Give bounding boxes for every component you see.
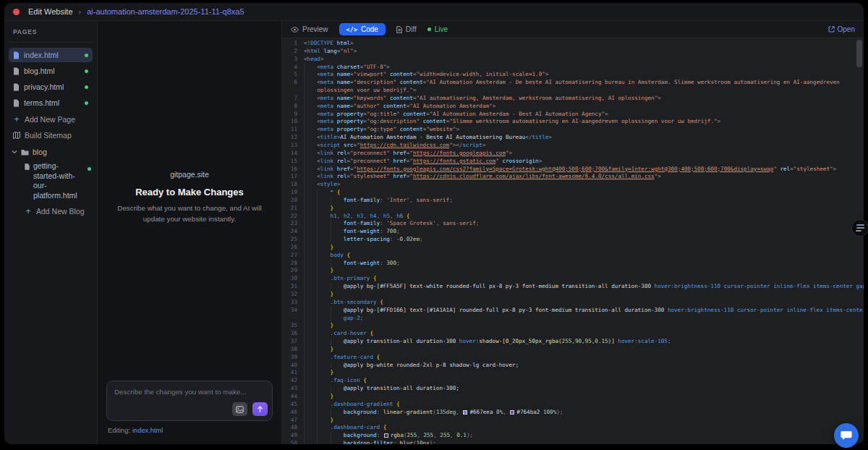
status-dot [85, 101, 88, 105]
sidebar-item-blog-html[interactable]: blog.html [9, 64, 93, 78]
add-new-page-button[interactable]: + Add New Page [9, 111, 93, 127]
status-dot [85, 54, 88, 57]
file-icon [13, 67, 20, 75]
panel-title: Ready to Make Changes [135, 187, 244, 198]
side-widget-button[interactable] [851, 219, 868, 237]
pages-header: PAGES [9, 27, 93, 43]
composer: Editing:index.html [98, 373, 281, 444]
widget-lines-icon [856, 224, 864, 226]
status-dot [88, 167, 91, 171]
chat-widget-button[interactable] [834, 423, 859, 448]
sidebar-item-terms-html[interactable]: terms.html [9, 95, 93, 110]
brand-logo: gitpage.site [170, 170, 209, 179]
sidebar-item-privacy-html[interactable]: privacy.html [9, 80, 93, 94]
blog-folder-label: blog [33, 148, 47, 156]
attach-image-button[interactable] [232, 402, 247, 416]
file-icon [25, 164, 30, 170]
sidebar-item-blog-post[interactable]: getting-started-with-our-platform.html [9, 159, 93, 203]
record-dot-icon [13, 9, 20, 15]
status-dot [85, 85, 88, 89]
live-label: Live [435, 25, 448, 33]
plus-icon: + [13, 116, 20, 122]
page-label: blog.html [24, 67, 80, 75]
tab-diff[interactable]: Diff [396, 25, 417, 33]
sidebar-item-index-html[interactable]: index.html [9, 48, 93, 62]
add-new-blog-label: Add New Blog [36, 207, 85, 216]
pages-sidebar: PAGES index.html blog.html privacy.html … [4, 21, 98, 444]
editing-status: Editing:index.html [106, 427, 273, 434]
editing-file-link[interactable]: index.html [132, 427, 163, 434]
page-label: index.html [24, 51, 80, 59]
status-dot [85, 69, 88, 73]
external-link-icon [828, 26, 835, 33]
editor-tabbar: Preview </> Code Diff Live Open [282, 21, 864, 38]
tab-label: Diff [406, 25, 417, 33]
app-window: Edit Website › ai-automation-amsterdam-2… [4, 3, 864, 444]
ai-assistant-panel: gitpage.site Ready to Make Changes Descr… [98, 21, 282, 444]
plus-icon: + [25, 208, 32, 214]
open-site-link[interactable]: Open [828, 25, 855, 33]
build-sitemap-button[interactable]: Build Sitemap [9, 127, 93, 143]
chevron-down-icon [12, 150, 17, 154]
add-new-page-label: Add New Page [25, 115, 75, 124]
page-label: getting-started-with-our-platform.html [33, 161, 84, 201]
eye-icon [291, 27, 299, 33]
change-request-box [106, 381, 273, 421]
edit-website-label: Edit Website [28, 7, 73, 16]
tab-preview[interactable]: Preview [291, 25, 328, 33]
code-lines: 1<!DOCTYPE html>2<html lang="nl">3<head>… [282, 40, 864, 444]
page-label: terms.html [24, 98, 80, 107]
send-button[interactable] [252, 402, 268, 416]
file-icon [13, 51, 20, 59]
live-dot-icon [427, 27, 431, 31]
code-icon: </> [346, 26, 357, 33]
topbar: Edit Website › ai-automation-amsterdam-2… [4, 3, 864, 21]
live-indicator: Live [427, 25, 448, 33]
open-label: Open [838, 25, 855, 33]
editor-panel: Preview </> Code Diff Live Open [282, 21, 864, 444]
file-icon [13, 83, 20, 91]
breadcrumb-separator: › [79, 7, 82, 16]
tab-label: Code [361, 25, 378, 33]
build-sitemap-label: Build Sitemap [25, 131, 72, 140]
arrow-up-icon [257, 406, 263, 413]
editing-label: Editing: [108, 427, 130, 434]
chat-bubble-icon [841, 430, 852, 441]
tab-code[interactable]: </> Code [339, 23, 386, 35]
blog-folder-toggle[interactable]: blog [9, 143, 93, 159]
folder-icon [21, 149, 29, 156]
project-name-link[interactable]: ai-automation-amsterdam-2025-11-11-q8xa5 [87, 7, 244, 16]
image-icon [236, 406, 244, 413]
tab-label: Preview [302, 25, 328, 33]
panel-subtitle: Describe what you want to change, and AI… [116, 203, 264, 224]
add-new-blog-button[interactable]: + Add New Blog [9, 203, 93, 219]
scrollbar-thumb[interactable] [856, 40, 862, 67]
code-editor[interactable]: 1<!DOCTYPE html>2<html lang="nl">3<head>… [282, 38, 864, 444]
sitemap-icon [13, 132, 20, 139]
page-label: privacy.html [24, 82, 80, 91]
document-icon [396, 26, 402, 33]
file-icon [13, 99, 20, 107]
